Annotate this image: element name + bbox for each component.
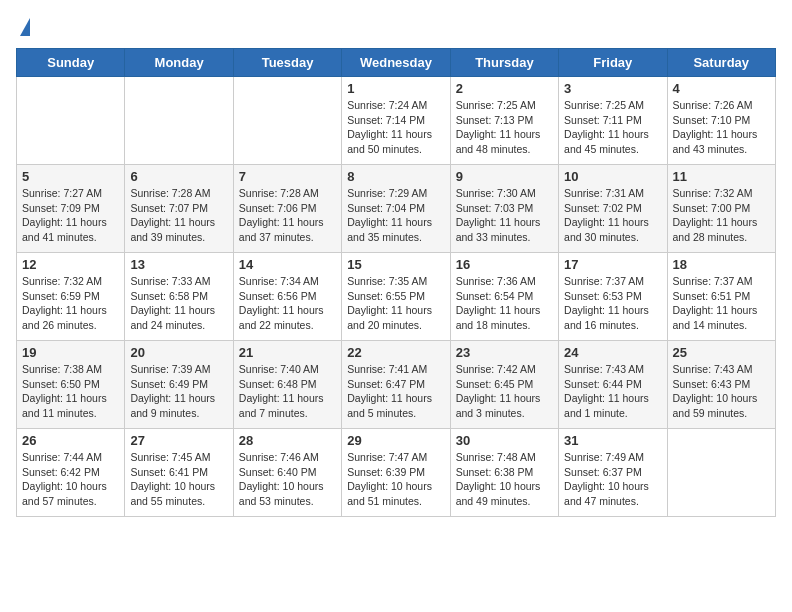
day-number: 17 bbox=[564, 257, 661, 272]
calendar-cell: 10Sunrise: 7:31 AM Sunset: 7:02 PM Dayli… bbox=[559, 165, 667, 253]
calendar-cell bbox=[125, 77, 233, 165]
day-number: 2 bbox=[456, 81, 553, 96]
day-info: Sunrise: 7:24 AM Sunset: 7:14 PM Dayligh… bbox=[347, 98, 444, 157]
calendar-cell bbox=[233, 77, 341, 165]
day-info: Sunrise: 7:41 AM Sunset: 6:47 PM Dayligh… bbox=[347, 362, 444, 421]
day-info: Sunrise: 7:43 AM Sunset: 6:43 PM Dayligh… bbox=[673, 362, 770, 421]
day-info: Sunrise: 7:45 AM Sunset: 6:41 PM Dayligh… bbox=[130, 450, 227, 509]
day-of-week-header: Saturday bbox=[667, 49, 775, 77]
calendar-table: SundayMondayTuesdayWednesdayThursdayFrid… bbox=[16, 48, 776, 517]
calendar-week-row: 1Sunrise: 7:24 AM Sunset: 7:14 PM Daylig… bbox=[17, 77, 776, 165]
calendar-cell: 3Sunrise: 7:25 AM Sunset: 7:11 PM Daylig… bbox=[559, 77, 667, 165]
day-info: Sunrise: 7:44 AM Sunset: 6:42 PM Dayligh… bbox=[22, 450, 119, 509]
day-number: 18 bbox=[673, 257, 770, 272]
calendar-cell: 5Sunrise: 7:27 AM Sunset: 7:09 PM Daylig… bbox=[17, 165, 125, 253]
calendar-cell: 7Sunrise: 7:28 AM Sunset: 7:06 PM Daylig… bbox=[233, 165, 341, 253]
day-info: Sunrise: 7:42 AM Sunset: 6:45 PM Dayligh… bbox=[456, 362, 553, 421]
day-info: Sunrise: 7:32 AM Sunset: 7:00 PM Dayligh… bbox=[673, 186, 770, 245]
calendar-cell: 24Sunrise: 7:43 AM Sunset: 6:44 PM Dayli… bbox=[559, 341, 667, 429]
day-info: Sunrise: 7:30 AM Sunset: 7:03 PM Dayligh… bbox=[456, 186, 553, 245]
calendar-cell: 28Sunrise: 7:46 AM Sunset: 6:40 PM Dayli… bbox=[233, 429, 341, 517]
day-of-week-header: Wednesday bbox=[342, 49, 450, 77]
day-info: Sunrise: 7:27 AM Sunset: 7:09 PM Dayligh… bbox=[22, 186, 119, 245]
day-number: 22 bbox=[347, 345, 444, 360]
day-of-week-header: Monday bbox=[125, 49, 233, 77]
day-number: 30 bbox=[456, 433, 553, 448]
calendar-cell: 4Sunrise: 7:26 AM Sunset: 7:10 PM Daylig… bbox=[667, 77, 775, 165]
day-info: Sunrise: 7:26 AM Sunset: 7:10 PM Dayligh… bbox=[673, 98, 770, 157]
day-number: 11 bbox=[673, 169, 770, 184]
day-number: 19 bbox=[22, 345, 119, 360]
calendar-cell: 30Sunrise: 7:48 AM Sunset: 6:38 PM Dayli… bbox=[450, 429, 558, 517]
calendar-cell: 29Sunrise: 7:47 AM Sunset: 6:39 PM Dayli… bbox=[342, 429, 450, 517]
day-info: Sunrise: 7:29 AM Sunset: 7:04 PM Dayligh… bbox=[347, 186, 444, 245]
day-info: Sunrise: 7:35 AM Sunset: 6:55 PM Dayligh… bbox=[347, 274, 444, 333]
logo-triangle-icon bbox=[20, 18, 30, 36]
calendar-cell: 15Sunrise: 7:35 AM Sunset: 6:55 PM Dayli… bbox=[342, 253, 450, 341]
day-number: 24 bbox=[564, 345, 661, 360]
calendar-cell: 20Sunrise: 7:39 AM Sunset: 6:49 PM Dayli… bbox=[125, 341, 233, 429]
calendar-header-row: SundayMondayTuesdayWednesdayThursdayFrid… bbox=[17, 49, 776, 77]
day-info: Sunrise: 7:49 AM Sunset: 6:37 PM Dayligh… bbox=[564, 450, 661, 509]
day-info: Sunrise: 7:31 AM Sunset: 7:02 PM Dayligh… bbox=[564, 186, 661, 245]
day-info: Sunrise: 7:33 AM Sunset: 6:58 PM Dayligh… bbox=[130, 274, 227, 333]
day-number: 1 bbox=[347, 81, 444, 96]
day-number: 6 bbox=[130, 169, 227, 184]
day-info: Sunrise: 7:37 AM Sunset: 6:53 PM Dayligh… bbox=[564, 274, 661, 333]
day-info: Sunrise: 7:28 AM Sunset: 7:06 PM Dayligh… bbox=[239, 186, 336, 245]
day-info: Sunrise: 7:25 AM Sunset: 7:13 PM Dayligh… bbox=[456, 98, 553, 157]
calendar-cell bbox=[667, 429, 775, 517]
day-number: 31 bbox=[564, 433, 661, 448]
calendar-week-row: 19Sunrise: 7:38 AM Sunset: 6:50 PM Dayli… bbox=[17, 341, 776, 429]
calendar-cell: 19Sunrise: 7:38 AM Sunset: 6:50 PM Dayli… bbox=[17, 341, 125, 429]
day-number: 21 bbox=[239, 345, 336, 360]
calendar-cell: 18Sunrise: 7:37 AM Sunset: 6:51 PM Dayli… bbox=[667, 253, 775, 341]
day-info: Sunrise: 7:38 AM Sunset: 6:50 PM Dayligh… bbox=[22, 362, 119, 421]
page-header bbox=[16, 16, 776, 36]
day-number: 8 bbox=[347, 169, 444, 184]
day-info: Sunrise: 7:25 AM Sunset: 7:11 PM Dayligh… bbox=[564, 98, 661, 157]
day-number: 16 bbox=[456, 257, 553, 272]
day-number: 28 bbox=[239, 433, 336, 448]
day-info: Sunrise: 7:36 AM Sunset: 6:54 PM Dayligh… bbox=[456, 274, 553, 333]
day-info: Sunrise: 7:32 AM Sunset: 6:59 PM Dayligh… bbox=[22, 274, 119, 333]
day-number: 4 bbox=[673, 81, 770, 96]
day-info: Sunrise: 7:47 AM Sunset: 6:39 PM Dayligh… bbox=[347, 450, 444, 509]
calendar-week-row: 5Sunrise: 7:27 AM Sunset: 7:09 PM Daylig… bbox=[17, 165, 776, 253]
day-number: 7 bbox=[239, 169, 336, 184]
calendar-cell: 6Sunrise: 7:28 AM Sunset: 7:07 PM Daylig… bbox=[125, 165, 233, 253]
calendar-week-row: 26Sunrise: 7:44 AM Sunset: 6:42 PM Dayli… bbox=[17, 429, 776, 517]
day-info: Sunrise: 7:34 AM Sunset: 6:56 PM Dayligh… bbox=[239, 274, 336, 333]
day-number: 15 bbox=[347, 257, 444, 272]
day-info: Sunrise: 7:37 AM Sunset: 6:51 PM Dayligh… bbox=[673, 274, 770, 333]
day-info: Sunrise: 7:43 AM Sunset: 6:44 PM Dayligh… bbox=[564, 362, 661, 421]
day-number: 10 bbox=[564, 169, 661, 184]
calendar-cell: 8Sunrise: 7:29 AM Sunset: 7:04 PM Daylig… bbox=[342, 165, 450, 253]
day-info: Sunrise: 7:48 AM Sunset: 6:38 PM Dayligh… bbox=[456, 450, 553, 509]
calendar-cell: 2Sunrise: 7:25 AM Sunset: 7:13 PM Daylig… bbox=[450, 77, 558, 165]
day-info: Sunrise: 7:40 AM Sunset: 6:48 PM Dayligh… bbox=[239, 362, 336, 421]
logo bbox=[16, 16, 30, 36]
calendar-cell: 1Sunrise: 7:24 AM Sunset: 7:14 PM Daylig… bbox=[342, 77, 450, 165]
day-number: 27 bbox=[130, 433, 227, 448]
day-info: Sunrise: 7:39 AM Sunset: 6:49 PM Dayligh… bbox=[130, 362, 227, 421]
calendar-cell: 21Sunrise: 7:40 AM Sunset: 6:48 PM Dayli… bbox=[233, 341, 341, 429]
calendar-cell bbox=[17, 77, 125, 165]
day-number: 20 bbox=[130, 345, 227, 360]
calendar-week-row: 12Sunrise: 7:32 AM Sunset: 6:59 PM Dayli… bbox=[17, 253, 776, 341]
calendar-cell: 11Sunrise: 7:32 AM Sunset: 7:00 PM Dayli… bbox=[667, 165, 775, 253]
day-of-week-header: Thursday bbox=[450, 49, 558, 77]
calendar-cell: 23Sunrise: 7:42 AM Sunset: 6:45 PM Dayli… bbox=[450, 341, 558, 429]
calendar-cell: 16Sunrise: 7:36 AM Sunset: 6:54 PM Dayli… bbox=[450, 253, 558, 341]
day-number: 29 bbox=[347, 433, 444, 448]
calendar-cell: 17Sunrise: 7:37 AM Sunset: 6:53 PM Dayli… bbox=[559, 253, 667, 341]
calendar-cell: 31Sunrise: 7:49 AM Sunset: 6:37 PM Dayli… bbox=[559, 429, 667, 517]
calendar-cell: 9Sunrise: 7:30 AM Sunset: 7:03 PM Daylig… bbox=[450, 165, 558, 253]
calendar-cell: 27Sunrise: 7:45 AM Sunset: 6:41 PM Dayli… bbox=[125, 429, 233, 517]
day-number: 13 bbox=[130, 257, 227, 272]
day-number: 5 bbox=[22, 169, 119, 184]
day-number: 25 bbox=[673, 345, 770, 360]
day-number: 3 bbox=[564, 81, 661, 96]
day-info: Sunrise: 7:46 AM Sunset: 6:40 PM Dayligh… bbox=[239, 450, 336, 509]
calendar-cell: 22Sunrise: 7:41 AM Sunset: 6:47 PM Dayli… bbox=[342, 341, 450, 429]
